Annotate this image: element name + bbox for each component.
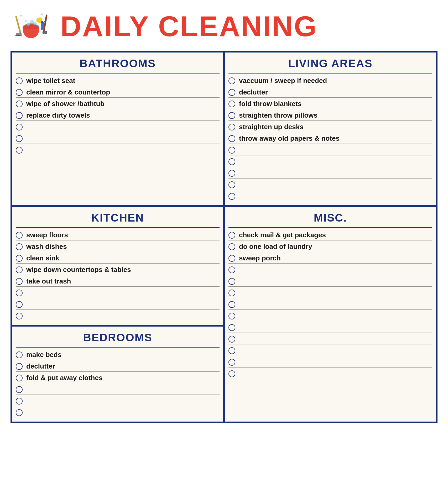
list-item[interactable]: declutter (16, 360, 220, 372)
checkbox[interactable] (16, 89, 23, 96)
checkbox[interactable] (228, 313, 235, 319)
list-item[interactable]: straighten throw pillows (228, 109, 432, 121)
checkbox[interactable] (228, 255, 235, 262)
list-item[interactable]: wash dishes (16, 240, 220, 252)
list-item[interactable] (228, 368, 432, 379)
checkbox[interactable] (16, 243, 23, 250)
checkbox[interactable] (16, 375, 23, 381)
list-item[interactable] (16, 287, 220, 298)
list-item[interactable]: check mail & get packages (228, 229, 432, 240)
checkbox[interactable] (228, 77, 235, 84)
svg-point-16 (20, 15, 22, 17)
list-item[interactable]: take out trash (16, 275, 220, 287)
list-item[interactable]: straighten up desks (228, 121, 432, 132)
checkbox[interactable] (228, 170, 235, 177)
list-item[interactable] (228, 356, 432, 368)
checkbox[interactable] (16, 147, 23, 154)
item-label: fold & put away clothes (26, 374, 102, 382)
checkbox[interactable] (228, 324, 235, 331)
list-item[interactable] (16, 395, 220, 406)
list-item[interactable]: replace dirty towels (16, 109, 220, 121)
checkbox[interactable] (16, 112, 23, 119)
checkbox[interactable] (228, 147, 235, 154)
checkbox[interactable] (228, 135, 235, 142)
list-item[interactable]: sweep floors (16, 229, 220, 240)
checkbox[interactable] (228, 290, 235, 296)
list-item[interactable] (228, 167, 432, 178)
list-item[interactable]: wipe toilet seat (16, 75, 220, 86)
checkbox[interactable] (16, 290, 23, 296)
list-item[interactable] (228, 178, 432, 190)
list-item[interactable]: throw away old papers & notes (228, 132, 432, 144)
list-item[interactable] (228, 190, 432, 202)
checkbox[interactable] (16, 77, 23, 84)
item-label: wipe down countertops & tables (26, 266, 131, 274)
checkbox[interactable] (16, 386, 23, 393)
list-item[interactable] (228, 333, 432, 344)
list-item[interactable] (16, 298, 220, 310)
list-item[interactable]: fold throw blankets (228, 98, 432, 109)
checkbox[interactable] (16, 232, 23, 239)
list-item[interactable]: wipe down countertops & tables (16, 264, 220, 275)
list-item[interactable] (16, 310, 220, 321)
checkbox[interactable] (228, 124, 235, 130)
list-item[interactable]: make beds (16, 349, 220, 360)
checkbox[interactable] (16, 101, 23, 107)
list-item[interactable] (16, 406, 220, 418)
item-label (239, 169, 241, 177)
list-item[interactable] (16, 121, 220, 132)
checkbox[interactable] (228, 89, 235, 96)
checkbox[interactable] (16, 301, 23, 308)
checkbox[interactable] (16, 266, 23, 273)
list-item[interactable] (228, 264, 432, 275)
checkbox[interactable] (228, 243, 235, 250)
item-label (26, 397, 28, 405)
checkbox[interactable] (228, 359, 235, 366)
checkbox[interactable] (16, 255, 23, 262)
list-item[interactable]: vaccuum / sweep if needed (228, 75, 432, 86)
list-item[interactable] (16, 132, 220, 144)
list-item[interactable]: declutter (228, 86, 432, 98)
checkbox[interactable] (228, 193, 235, 200)
checkbox[interactable] (16, 398, 23, 405)
checkbox[interactable] (228, 158, 235, 165)
checkbox[interactable] (228, 347, 235, 354)
list-item[interactable] (16, 144, 220, 155)
checkbox[interactable] (228, 112, 235, 119)
list-item[interactable]: wipe of shower /bathtub (16, 98, 220, 109)
list-item[interactable] (228, 144, 432, 155)
checkbox[interactable] (228, 181, 235, 188)
item-label: straighten up desks (239, 123, 304, 131)
checkbox[interactable] (16, 313, 23, 319)
list-item[interactable]: clean mirror & countertop (16, 86, 220, 98)
list-item[interactable] (228, 275, 432, 287)
item-label (239, 266, 241, 274)
checkbox[interactable] (228, 301, 235, 308)
checkbox[interactable] (228, 370, 235, 377)
checkbox[interactable] (16, 351, 23, 358)
bedrooms-checklist: make bedsdeclutterfold & put away clothe… (12, 348, 223, 422)
list-item[interactable]: sweep porch (228, 252, 432, 264)
list-item[interactable] (228, 321, 432, 333)
checkbox[interactable] (228, 336, 235, 343)
list-item[interactable]: do one load of laundry (228, 240, 432, 252)
list-item[interactable]: clean sink (16, 252, 220, 264)
list-item[interactable] (228, 287, 432, 298)
item-label: do one load of laundry (239, 243, 312, 251)
list-item[interactable] (228, 155, 432, 167)
list-item[interactable] (228, 310, 432, 321)
checkbox[interactable] (16, 124, 23, 130)
list-item[interactable] (228, 298, 432, 310)
list-item[interactable] (16, 383, 220, 395)
checkbox[interactable] (16, 278, 23, 285)
bedrooms-title: BEDROOMS (12, 327, 223, 347)
list-item[interactable]: fold & put away clothes (16, 372, 220, 383)
checkbox[interactable] (16, 363, 23, 370)
checkbox[interactable] (228, 101, 235, 107)
list-item[interactable] (228, 344, 432, 356)
checkbox[interactable] (228, 232, 235, 239)
checkbox[interactable] (228, 278, 235, 285)
checkbox[interactable] (16, 135, 23, 142)
checkbox[interactable] (228, 266, 235, 273)
checkbox[interactable] (16, 409, 23, 416)
